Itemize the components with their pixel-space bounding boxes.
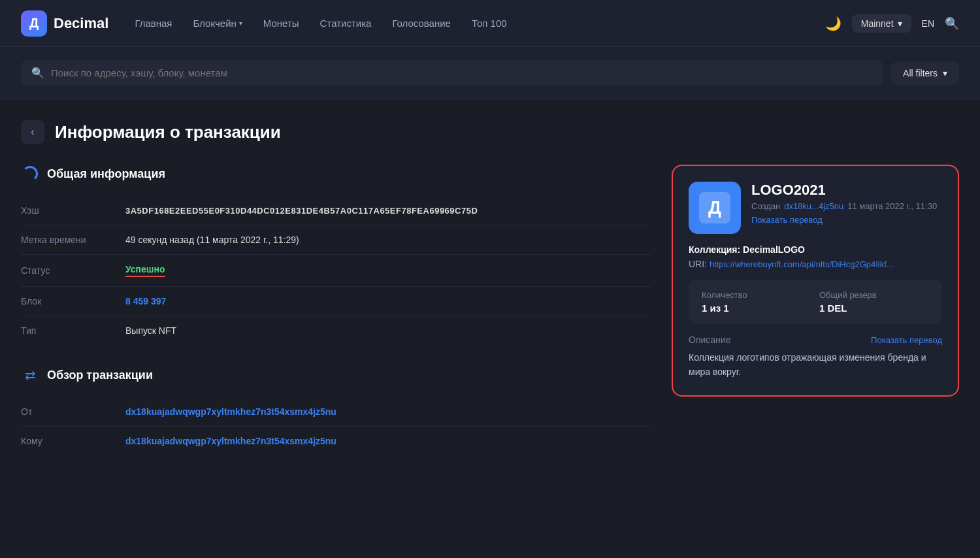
status-row: Статус Успешно [21,255,651,287]
back-button[interactable]: ‹ [21,120,44,144]
nft-stats: Количество 1 из 1 Общий резерв 1 DEL [689,280,942,324]
nav-item-stats[interactable]: Статистика [320,18,372,29]
nft-date: 11 марта 2022 г., 11:30 [847,201,937,211]
nft-quantity-stat: Количество 1 из 1 [702,290,811,314]
logo-area[interactable]: Д Decimal [21,10,108,37]
block-value[interactable]: 8 459 397 [125,296,651,306]
content-grid: Общая информация Хэш 3A5DF168E2EED55E0F3… [21,165,959,476]
all-filters-button[interactable]: All filters ▾ [891,61,959,85]
timestamp-value: 49 секунд назад (11 марта 2022 г., 11:29… [125,235,651,245]
nft-desc-label: Описание [689,335,730,345]
filters-chevron-icon: ▾ [943,68,947,78]
blockchain-chevron-icon: ▾ [239,20,242,27]
nft-translate-link[interactable]: Показать перевод [751,215,942,225]
left-column: Общая информация Хэш 3A5DF168E2EED55E0F3… [21,165,651,476]
header: Д Decimal Главная Блокчейн ▾ Монеты Стат… [0,0,980,47]
nft-uri-link[interactable]: https://wherebuynft.com/api/nfts/DiHcg2G… [710,259,894,269]
nav-item-top100[interactable]: Топ 100 [472,18,507,29]
nft-collection-row: Коллекция: DecimalLOGO [689,244,942,255]
type-value: Выпуск NFT [125,325,651,336]
back-icon: ‹ [31,126,34,138]
network-selector-button[interactable]: Mainnet ▾ [852,14,911,33]
to-row: Кому dx18kuajadwqwgp7xyltmkhez7n3t54xsmx… [21,427,651,455]
overview-section: ⇄ Обзор транзакции От dx18kuajadwqwgp7xy… [21,366,651,455]
nft-logo: Д [689,182,741,234]
main-content: ‹ Информация о транзакции Общая информац… [0,99,980,497]
timestamp-row: Метка времени 49 секунд назад (11 марта … [21,225,651,255]
nav-item-home[interactable]: Главная [135,18,172,29]
general-info-header: Общая информация [21,165,651,183]
to-value[interactable]: dx18kuajadwqwgp7xyltmkhez7n3t54xsmx4jz5n… [125,436,651,446]
type-label: Тип [21,325,125,336]
spin-circle-icon [22,166,38,182]
general-info-title: Общая информация [47,167,165,181]
nft-reserve-stat: Общий резерв 1 DEL [819,290,929,314]
overview-title: Обзор транзакции [47,369,153,382]
search-input-icon: 🔍 [31,67,44,79]
overview-icon: ⇄ [21,366,39,384]
hash-label: Хэш [21,205,125,216]
header-right: 🌙 Mainnet ▾ EN 🔍 [825,14,959,33]
nft-reserve-label: Общий резерв [819,290,929,300]
nav-item-blockchain[interactable]: Блокчейн ▾ [193,18,242,29]
nft-name: LOGO2021 [751,182,942,199]
network-chevron-icon: ▾ [898,18,902,29]
general-info-section: Общая информация Хэш 3A5DF168E2EED55E0F3… [21,165,651,345]
block-row: Блок 8 459 397 [21,287,651,316]
nav-item-coins[interactable]: Монеты [263,18,299,29]
timestamp-label: Метка времени [21,235,125,245]
overview-table: От dx18kuajadwqwgp7xyltmkhez7n3t54xsmx4j… [21,397,651,455]
general-info-icon [21,165,39,183]
search-bar-area: 🔍 All filters ▾ [0,47,980,99]
search-input[interactable] [51,67,873,78]
nft-quantity-label: Количество [702,290,811,300]
search-icon[interactable]: 🔍 [945,16,959,31]
page-title-row: ‹ Информация о транзакции [21,120,959,144]
overview-header: ⇄ Обзор транзакции [21,366,651,384]
logo-icon: Д [21,10,47,37]
nft-header: Д LOGO2021 Создан dx18ku...4jz5nu 11 мар… [689,182,942,234]
hash-value: 3A5DF168E2EED55E0F310D44DC012E831DE4B57A… [125,206,651,216]
general-info-table: Хэш 3A5DF168E2EED55E0F310D44DC012E831DE4… [21,196,651,345]
hash-row: Хэш 3A5DF168E2EED55E0F310D44DC012E831DE4… [21,196,651,225]
logo-text: Decimal [54,15,108,32]
to-label: Кому [21,436,125,446]
theme-toggle-button[interactable]: 🌙 [825,16,841,31]
nft-reserve-value: 1 DEL [819,303,929,314]
status-value: Успешно [125,264,651,277]
nft-desc-translate-link[interactable]: Показать перевод [871,335,942,345]
nft-uri-row: URI: https://wherebuynft.com/api/nfts/Di… [689,259,942,269]
nft-quantity-value: 1 из 1 [702,303,811,314]
status-label: Статус [21,265,125,276]
type-row: Тип Выпуск NFT [21,316,651,345]
nft-creator-row: Создан dx18ku...4jz5nu 11 марта 2022 г.,… [751,201,942,211]
right-column: Д LOGO2021 Создан dx18ku...4jz5nu 11 мар… [672,165,959,476]
nft-info: LOGO2021 Создан dx18ku...4jz5nu 11 марта… [751,182,942,225]
nav-item-voting[interactable]: Голосование [392,18,451,29]
from-label: От [21,406,125,417]
nft-logo-inner: Д [699,192,730,223]
main-nav: Главная Блокчейн ▾ Монеты Статистика Гол… [135,18,825,29]
swap-arrows-icon: ⇄ [25,367,36,383]
language-selector[interactable]: EN [922,18,934,29]
block-label: Блок [21,296,125,306]
nft-card: Д LOGO2021 Создан dx18ku...4jz5nu 11 мар… [672,165,959,397]
from-row: От dx18kuajadwqwgp7xyltmkhez7n3t54xsmx4j… [21,397,651,427]
from-value[interactable]: dx18kuajadwqwgp7xyltmkhez7n3t54xsmx4jz5n… [125,406,651,417]
nft-desc-header: Описание Показать перевод [689,335,942,345]
page-title: Информация о транзакции [55,122,281,142]
search-input-wrap: 🔍 [21,60,883,86]
nft-desc-text: Коллекция логотипов отражающая изменения… [689,350,942,380]
nft-creator-link[interactable]: dx18ku...4jz5nu [784,201,843,211]
nft-creator-prefix: Создан [751,201,780,211]
